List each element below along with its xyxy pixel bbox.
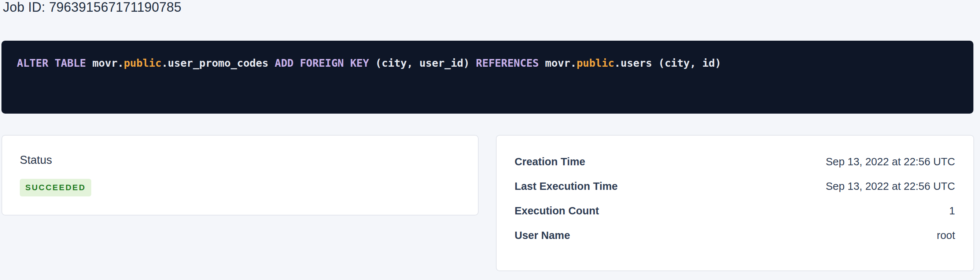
detail-value: Sep 13, 2022 at 22:56 UTC	[826, 180, 955, 192]
detail-row: Execution Count1	[515, 205, 955, 217]
page-title-job-id: Job ID: 796391567171190785	[3, 0, 181, 15]
sql-token-identifier: .user_promo_codes	[162, 57, 275, 69]
details-rows: Creation TimeSep 13, 2022 at 22:56 UTCLa…	[515, 155, 955, 242]
sql-token-keyword: ALTER TABLE	[17, 57, 92, 69]
status-card-heading: Status	[20, 153, 460, 167]
detail-row: Creation TimeSep 13, 2022 at 22:56 UTC	[515, 155, 955, 168]
summary-cards: Status SUCCEEDED Creation TimeSep 13, 20…	[2, 135, 974, 271]
details-card: Creation TimeSep 13, 2022 at 22:56 UTCLa…	[496, 135, 974, 271]
sql-token-keyword: ADD FOREIGN KEY	[275, 57, 375, 69]
detail-label: Creation Time	[515, 155, 585, 168]
sql-statement: ALTER TABLE movr.public.user_promo_codes…	[17, 57, 958, 69]
detail-value: 1	[949, 205, 955, 217]
status-card: Status SUCCEEDED	[2, 135, 479, 215]
detail-value: Sep 13, 2022 at 22:56 UTC	[826, 155, 955, 168]
detail-row: Last Execution TimeSep 13, 2022 at 22:56…	[515, 180, 955, 192]
detail-label: User Name	[515, 229, 570, 242]
sql-token-identifier: movr.	[92, 57, 124, 69]
status-badge: SUCCEEDED	[20, 179, 91, 196]
detail-label: Last Execution Time	[515, 180, 618, 192]
sql-token-database: public	[124, 57, 162, 69]
sql-token-identifier: .users (city, id)	[614, 57, 721, 69]
sql-token-identifier: movr.	[545, 57, 576, 69]
sql-token-identifier: (city, user_id)	[375, 57, 476, 69]
sql-token-keyword: REFERENCES	[476, 57, 545, 69]
sql-token-database: public	[576, 57, 614, 69]
sql-statement-box: ALTER TABLE movr.public.user_promo_codes…	[2, 41, 974, 114]
detail-value: root	[937, 229, 955, 242]
detail-row: User Nameroot	[515, 229, 955, 242]
detail-label: Execution Count	[515, 205, 599, 217]
